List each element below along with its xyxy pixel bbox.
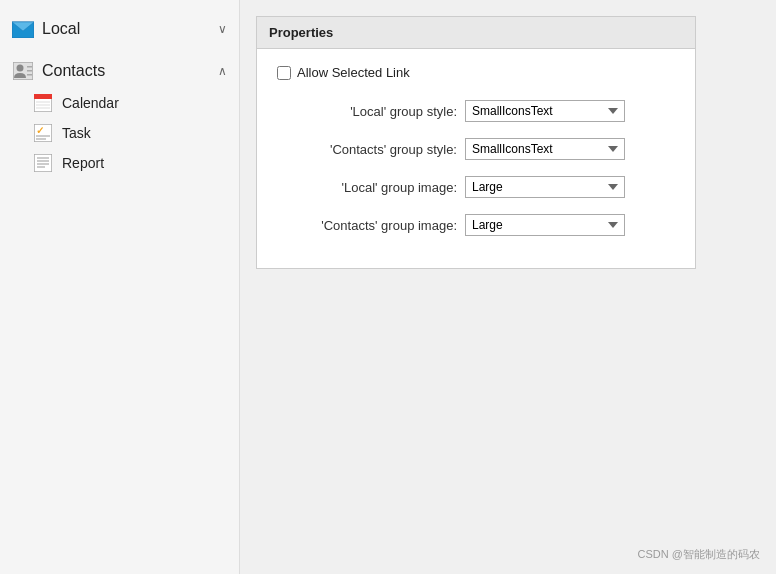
- local-group-image-row: 'Local' group image: Large Small Medium: [277, 176, 675, 198]
- sidebar-group-local: Local ∨: [0, 8, 239, 50]
- local-group-image-label: 'Local' group image:: [277, 180, 457, 195]
- local-chevron: ∨: [218, 22, 227, 36]
- svg-rect-5: [27, 66, 32, 68]
- local-group-style-label: 'Local' group style:: [277, 104, 457, 119]
- allow-selected-checkbox[interactable]: [277, 66, 291, 80]
- sidebar: Local ∨ Contacts ∧: [0, 0, 240, 574]
- contacts-chevron: ∧: [218, 64, 227, 78]
- properties-title: Properties: [269, 25, 333, 40]
- contacts-group-image-row: 'Contacts' group image: Large Small Medi…: [277, 214, 675, 236]
- main-container: Local ∨ Contacts ∧: [0, 0, 776, 574]
- sidebar-item-task[interactable]: ✓ Task: [24, 118, 239, 148]
- svg-rect-7: [27, 74, 32, 76]
- mail-icon: [12, 20, 34, 38]
- local-group-image-select[interactable]: Large Small Medium: [465, 176, 625, 198]
- sidebar-group-contacts: Contacts ∧ Calendar: [0, 50, 239, 182]
- calendar-label: Calendar: [62, 95, 119, 111]
- contacts-group-image-label: 'Contacts' group image:: [277, 218, 457, 233]
- svg-rect-17: [34, 154, 52, 172]
- svg-point-4: [17, 65, 24, 72]
- sidebar-item-local[interactable]: Local ∨: [0, 12, 239, 46]
- allow-selected-label: Allow Selected Link: [297, 65, 410, 80]
- contacts-icon: [12, 62, 34, 80]
- properties-panel: Properties Allow Selected Link 'Local' g…: [256, 16, 696, 269]
- svg-text:✓: ✓: [36, 125, 44, 136]
- contacts-group-image-select[interactable]: Large Small Medium: [465, 214, 625, 236]
- contacts-label: Contacts: [42, 62, 210, 80]
- contacts-group-style-row: 'Contacts' group style: SmallIconsText L…: [277, 138, 675, 160]
- contacts-group-style-label: 'Contacts' group style:: [277, 142, 457, 157]
- sidebar-item-contacts[interactable]: Contacts ∧: [0, 54, 239, 88]
- properties-body: Allow Selected Link 'Local' group style:…: [257, 49, 695, 268]
- local-group-style-select[interactable]: SmallIconsText LargeIconsText IconsOnly …: [465, 100, 625, 122]
- watermark: CSDN @智能制造的码农: [638, 547, 760, 562]
- local-label: Local: [42, 20, 210, 38]
- task-icon: ✓: [32, 124, 54, 142]
- content-area: Properties Allow Selected Link 'Local' g…: [240, 0, 776, 574]
- report-label: Report: [62, 155, 104, 171]
- sidebar-item-report[interactable]: Report: [24, 148, 239, 178]
- calendar-icon: [32, 94, 54, 112]
- sidebar-item-calendar[interactable]: Calendar: [24, 88, 239, 118]
- local-group-style-row: 'Local' group style: SmallIconsText Larg…: [277, 100, 675, 122]
- svg-rect-6: [27, 70, 32, 72]
- report-icon: [32, 154, 54, 172]
- task-label: Task: [62, 125, 91, 141]
- allow-selected-row: Allow Selected Link: [277, 65, 675, 80]
- svg-rect-9: [34, 94, 52, 99]
- contacts-sub-items: Calendar ✓ Task: [0, 88, 239, 178]
- properties-header: Properties: [257, 17, 695, 49]
- contacts-group-style-select[interactable]: SmallIconsText LargeIconsText IconsOnly …: [465, 138, 625, 160]
